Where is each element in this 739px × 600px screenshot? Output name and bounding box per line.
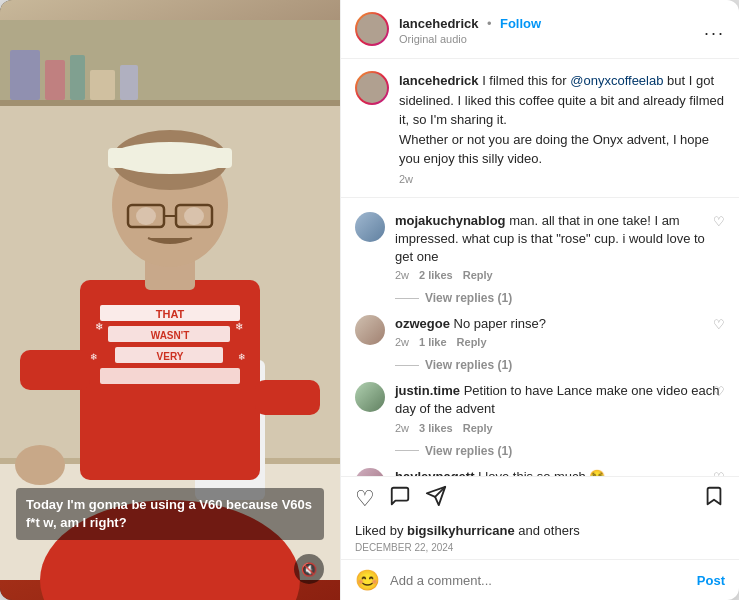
comment-meta: 2w 3 likes Reply	[395, 422, 725, 434]
svg-rect-3	[45, 60, 65, 100]
header-dot: •	[487, 16, 492, 31]
header-audio: Original audio	[399, 33, 694, 45]
comment-time: 2w	[395, 336, 409, 348]
poster-username[interactable]: lancehedrick	[399, 16, 479, 31]
svg-rect-21	[100, 368, 240, 384]
comment-item: mojakuchynablog man. all that in one tak…	[341, 206, 739, 288]
comment-likes: 1 like	[419, 336, 447, 348]
view-replies-line	[395, 298, 419, 299]
comment-item: justin.time Petition to have Lance make …	[341, 376, 739, 439]
caption-time: 2w	[399, 173, 725, 185]
comment-meta: 2w 1 like Reply	[395, 336, 725, 348]
svg-rect-6	[120, 65, 138, 100]
poster-avatar[interactable]	[355, 12, 389, 46]
comment-likes: 2 likes	[419, 269, 453, 281]
svg-rect-5	[90, 70, 115, 100]
video-caption: Today I'm gonna be using a V60 because V…	[16, 488, 324, 540]
post-header: lancehedrick • Follow Original audio ...	[341, 0, 739, 59]
comment-item: hayleypagett I love this so much 😂 2w 2 …	[341, 462, 739, 476]
svg-text:❄: ❄	[235, 321, 243, 332]
svg-text:❄: ❄	[95, 321, 103, 332]
more-options-button[interactable]: ...	[704, 20, 725, 38]
view-replies-line	[395, 450, 419, 451]
comment-avatar[interactable]	[355, 468, 385, 476]
comment-avatar[interactable]	[355, 212, 385, 242]
comment-avatar[interactable]	[355, 315, 385, 345]
comment-content: justin.time Petition to have Lance make …	[395, 382, 725, 433]
comment-input[interactable]	[390, 573, 687, 588]
video-background: THAT WASN'T VERY ❄ ❄ ❄ ❄	[0, 0, 340, 600]
view-replies-label: View replies (1)	[425, 291, 512, 305]
comment-heart-button[interactable]: ♡	[713, 384, 725, 399]
comment-meta: 2w 2 likes Reply	[395, 269, 725, 281]
follow-button[interactable]: Follow	[500, 16, 541, 31]
svg-rect-39	[20, 350, 90, 390]
svg-rect-2	[10, 50, 40, 100]
caption-text: lancehedrick I filmed this for @onyxcoff…	[399, 71, 725, 169]
svg-text:WASN'T: WASN'T	[151, 330, 190, 341]
svg-text:❄: ❄	[238, 352, 246, 362]
comment-button[interactable]	[389, 485, 411, 513]
caption-section: lancehedrick I filmed this for @onyxcoff…	[341, 59, 739, 198]
svg-rect-41	[255, 380, 320, 415]
comment-content: hayleypagett I love this so much 😂 2w 2 …	[395, 468, 725, 476]
view-replies-button[interactable]: View replies (1)	[341, 287, 739, 309]
comment-text: ozwegoe No paper rinse?	[395, 315, 725, 333]
bookmark-button[interactable]	[703, 485, 725, 513]
mute-button[interactable]: 🔇	[294, 554, 324, 584]
comment-heart-button[interactable]: ♡	[713, 317, 725, 332]
svg-rect-4	[70, 55, 85, 100]
actions-bar: ♡	[341, 476, 739, 521]
share-button[interactable]	[425, 485, 447, 513]
emoji-button[interactable]: 😊	[355, 568, 380, 592]
svg-rect-7	[0, 100, 340, 106]
post-comment-button[interactable]: Post	[697, 573, 725, 588]
comment-reply-button[interactable]: Reply	[463, 422, 493, 434]
caption-text-part3: Whether or not you are doing the Onyx ad…	[399, 132, 709, 167]
comment-likes: 3 likes	[419, 422, 453, 434]
post-container: THAT WASN'T VERY ❄ ❄ ❄ ❄	[0, 0, 739, 600]
caption-body: lancehedrick I filmed this for @onyxcoff…	[399, 71, 725, 185]
view-replies-label: View replies (1)	[425, 358, 512, 372]
comment-body: I love this so much 😂	[478, 469, 605, 476]
comment-text: justin.time Petition to have Lance make …	[395, 382, 725, 418]
svg-text:VERY: VERY	[157, 351, 184, 362]
comment-body: No paper rinse?	[454, 316, 547, 331]
comment-reply-button[interactable]: Reply	[463, 269, 493, 281]
svg-text:❄: ❄	[90, 352, 98, 362]
comments-scroll-area[interactable]: mojakuchynablog man. all that in one tak…	[341, 198, 739, 477]
svg-point-37	[136, 207, 156, 225]
post-body: THAT WASN'T VERY ❄ ❄ ❄ ❄	[0, 0, 739, 600]
caption-username[interactable]: lancehedrick	[399, 73, 479, 88]
comment-heart-button[interactable]: ♡	[713, 214, 725, 229]
view-replies-line	[395, 365, 419, 366]
comment-text: hayleypagett I love this so much 😂	[395, 468, 725, 476]
comment-time: 2w	[395, 422, 409, 434]
comment-avatar[interactable]	[355, 382, 385, 412]
comment-username[interactable]: mojakuchynablog	[395, 213, 506, 228]
liked-by-username[interactable]: bigsilkyhurricane	[407, 523, 515, 538]
caption-avatar[interactable]	[355, 71, 389, 105]
comment-content: ozwegoe No paper rinse? 2w 1 like Reply	[395, 315, 725, 348]
comment-reply-button[interactable]: Reply	[457, 336, 487, 348]
like-button[interactable]: ♡	[355, 486, 375, 512]
post-date: December 22, 2024	[341, 542, 739, 559]
comment-item: ozwegoe No paper rinse? 2w 1 like Reply …	[341, 309, 739, 354]
svg-rect-33	[108, 148, 232, 168]
comment-username[interactable]: hayleypagett	[395, 469, 474, 476]
svg-text:THAT: THAT	[156, 308, 185, 320]
comment-heart-button[interactable]: ♡	[713, 470, 725, 476]
view-replies-label: View replies (1)	[425, 444, 512, 458]
liked-by-text: Liked by	[355, 523, 407, 538]
comment-content: mojakuchynablog man. all that in one tak…	[395, 212, 725, 282]
comment-username[interactable]: ozwegoe	[395, 316, 450, 331]
caption-text-part1: I filmed this for	[482, 73, 570, 88]
view-replies-button[interactable]: View replies (1)	[341, 354, 739, 376]
comment-text: mojakuchynablog man. all that in one tak…	[395, 212, 725, 267]
comment-time: 2w	[395, 269, 409, 281]
header-info: lancehedrick • Follow Original audio	[399, 14, 694, 45]
comment-input-bar: 😊 Post	[341, 559, 739, 600]
view-replies-button[interactable]: View replies (1)	[341, 440, 739, 462]
comment-username[interactable]: justin.time	[395, 383, 460, 398]
caption-mention[interactable]: @onyxcoffeelab	[570, 73, 663, 88]
